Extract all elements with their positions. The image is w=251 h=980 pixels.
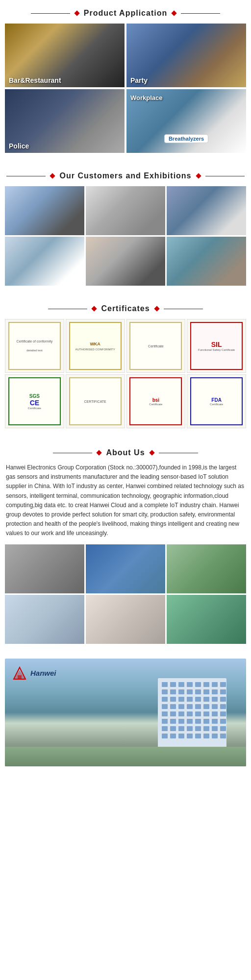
customers-header: Our Customers and Exhibitions: [0, 163, 251, 186]
hanwei-company-name: Hanwei: [30, 669, 56, 677]
svg-rect-43: [212, 711, 218, 716]
svg-rect-44: [220, 711, 226, 716]
svg-rect-6: [170, 682, 176, 687]
svg-rect-13: [162, 689, 168, 694]
cert-inner-7: bsi Certificate: [129, 377, 182, 425]
svg-rect-53: [162, 726, 168, 731]
product-cell-police: Police: [5, 89, 125, 153]
about-diamond-right: [149, 450, 154, 455]
svg-rect-8: [187, 682, 193, 687]
cert-inner-2: WKA AUTHORISED CONFORMITY: [69, 322, 122, 369]
cert-sil-label: SIL: [211, 341, 222, 348]
cert-ce-label: CE: [30, 399, 39, 407]
about-title: About Us: [106, 448, 145, 457]
cert-text-6: CERTIFICATE: [84, 400, 106, 403]
factory-photo-5: [86, 595, 165, 644]
certificates-section: Certificates Certificate of conformityde…: [0, 295, 251, 440]
cert-inner-5: SGS CE Certificate: [8, 377, 61, 425]
cert-cell-3: Certificate: [126, 319, 186, 373]
svg-rect-21: [162, 697, 168, 702]
cert-cell-1: Certificate of conformitydetailed text: [5, 319, 64, 373]
svg-rect-45: [162, 719, 168, 724]
about-diamond-left: [97, 450, 102, 455]
product-cell-party: Party: [126, 24, 246, 87]
svg-rect-5: [162, 682, 168, 687]
about-section: About Us Hanwei Electronics Group Corpor…: [0, 440, 251, 654]
svg-rect-28: [220, 697, 226, 702]
customers-line-right: [205, 176, 245, 176]
svg-rect-24: [187, 697, 193, 702]
cert-fda-text: Certificate: [210, 403, 223, 406]
svg-rect-50: [203, 719, 209, 724]
cert-cell-5: SGS CE Certificate: [5, 374, 64, 428]
svg-rect-22: [170, 697, 176, 702]
svg-rect-47: [178, 719, 184, 724]
svg-rect-56: [187, 726, 193, 731]
factory-photo-3: [167, 544, 246, 593]
hanwei-logo-icon: [12, 665, 27, 681]
cert-cell-4: SIL Functional Safety Certificate: [187, 319, 246, 373]
svg-rect-54: [170, 726, 176, 731]
certs-diamond-right: [154, 306, 159, 311]
about-photos-row2: [5, 595, 246, 644]
hanwei-building: Hanwei: [5, 659, 246, 766]
header-line-left: [31, 13, 70, 14]
product-label-bar-restaurant: Bar&Restaurant: [9, 76, 61, 84]
svg-rect-31: [178, 704, 184, 709]
product-label-police: Police: [9, 142, 29, 150]
svg-rect-41: [195, 711, 201, 716]
cert-logo-wka: WKA: [90, 342, 100, 346]
svg-rect-37: [162, 711, 168, 716]
svg-rect-26: [203, 697, 209, 702]
about-line-right: [159, 453, 198, 453]
svg-rect-25: [195, 697, 201, 702]
header-diamond-right: [172, 10, 177, 16]
cert-text-3: Certificate: [148, 344, 164, 348]
svg-rect-60: [220, 726, 226, 731]
customer-cell-1: [5, 186, 84, 235]
product-label-workplace: Workplace: [130, 94, 163, 101]
svg-rect-34: [203, 704, 209, 709]
customer-cell-3: [167, 186, 246, 235]
product-cell-bar-restaurant: Bar&Restaurant: [5, 24, 125, 87]
factory-photo-6: [167, 595, 246, 644]
cert-sgs-label: SGS: [29, 393, 40, 399]
svg-rect-35: [212, 704, 218, 709]
about-content: Hanwei Electronics Group Corporation (St…: [0, 463, 251, 654]
svg-rect-19: [212, 689, 218, 694]
cert-fda-label: FDA: [211, 397, 222, 403]
svg-rect-38: [170, 711, 176, 716]
customers-grid-container: [0, 186, 251, 295]
svg-rect-67: [212, 734, 218, 738]
cert-cell-8: FDA Certificate: [187, 374, 246, 428]
svg-rect-9: [195, 682, 201, 687]
svg-rect-3: [18, 675, 22, 679]
customers-grid: [5, 186, 246, 286]
svg-rect-63: [178, 734, 184, 738]
product-application-section: Product Application Bar&Restaurant Party…: [0, 0, 251, 163]
certs-line-left: [48, 309, 87, 309]
customers-title: Our Customers and Exhibitions: [59, 172, 191, 180]
svg-rect-57: [195, 726, 201, 731]
svg-rect-48: [187, 719, 193, 724]
customer-cell-2: [86, 186, 165, 235]
svg-rect-33: [195, 704, 201, 709]
svg-rect-46: [170, 719, 176, 724]
svg-rect-68: [220, 734, 226, 738]
svg-rect-12: [220, 682, 226, 687]
cert-cell-2: WKA AUTHORISED CONFORMITY: [66, 319, 125, 373]
header-diamond-left: [74, 10, 79, 16]
svg-rect-51: [212, 719, 218, 724]
svg-rect-20: [220, 689, 226, 694]
svg-rect-40: [187, 711, 193, 716]
svg-rect-52: [220, 719, 226, 724]
cert-cell-6: CERTIFICATE: [66, 374, 125, 428]
factory-photo-2: [86, 544, 165, 593]
customers-diamond-left: [50, 173, 55, 178]
customer-cell-6: [167, 237, 246, 286]
cert-inner-3: Certificate: [129, 322, 182, 369]
svg-rect-58: [203, 726, 209, 731]
cert-inner-1: Certificate of conformitydetailed text: [8, 322, 61, 369]
svg-rect-29: [162, 704, 168, 709]
certificates-header: Certificates: [0, 295, 251, 319]
